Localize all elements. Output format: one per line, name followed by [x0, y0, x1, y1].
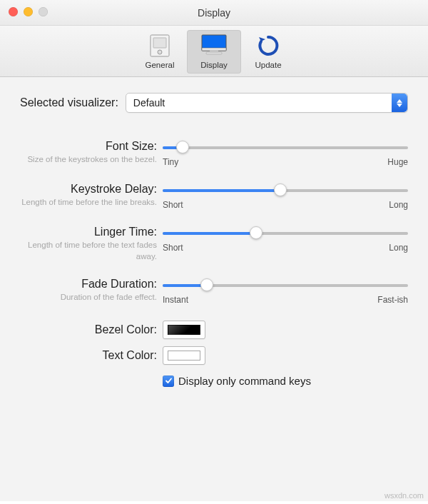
linger-time-slider[interactable]: [163, 227, 408, 240]
keystroke-delay-slider[interactable]: [163, 184, 408, 197]
linger-time-label: Linger Time:: [20, 226, 157, 238]
tab-display[interactable]: Display: [187, 30, 241, 74]
command-keys-label: Display only command keys: [178, 375, 311, 387]
slider-left-label: Short: [163, 243, 183, 253]
svg-rect-1: [153, 38, 166, 48]
font-size-slider[interactable]: [163, 141, 408, 154]
bezel-color-swatch: [168, 325, 200, 335]
minimize-button[interactable]: [24, 7, 33, 16]
tab-label: General: [133, 61, 187, 69]
slider-right-label: Long: [389, 243, 408, 253]
svg-point-2: [158, 50, 162, 54]
visualizer-value: Default: [133, 97, 165, 109]
tab-label: Update: [241, 61, 295, 69]
tab-label: Display: [187, 61, 241, 69]
visualizer-select[interactable]: Default: [126, 93, 408, 113]
bezel-color-row: Bezel Color:: [20, 321, 408, 339]
svg-rect-6: [206, 52, 222, 54]
window-title: Display: [198, 7, 230, 19]
slider-right-label: Fast-ish: [377, 295, 408, 305]
slider-right-label: Long: [389, 200, 408, 210]
keystroke-delay-row: Keystroke Delay: Length of time before t…: [20, 183, 408, 210]
content-pane: Selected visualizer: Default Font Size: …: [0, 77, 428, 501]
slider-left-label: Instant: [163, 295, 188, 305]
keystroke-delay-label: Keystroke Delay:: [20, 183, 157, 196]
bezel-color-picker[interactable]: [163, 321, 205, 339]
text-color-picker[interactable]: [163, 346, 205, 365]
bezel-color-label: Bezel Color:: [20, 323, 157, 336]
slider-left-label: Short: [163, 200, 183, 210]
watermark: wsxdn.com: [384, 491, 424, 500]
fade-duration-help: Duration of the fade effect.: [20, 292, 157, 303]
general-icon: [133, 33, 187, 59]
fade-duration-label: Fade Duration:: [20, 278, 157, 291]
slider-left-label: Tiny: [163, 157, 178, 167]
command-keys-checkbox[interactable]: [163, 376, 174, 387]
titlebar: Display: [0, 0, 428, 26]
svg-rect-4: [202, 48, 226, 51]
zoom-button[interactable]: [39, 7, 48, 16]
font-size-help: Size of the keystrokes on the bezel.: [20, 154, 157, 166]
visualizer-label: Selected visualizer:: [20, 96, 118, 109]
window-controls: [9, 7, 48, 16]
update-icon: [241, 33, 295, 59]
fade-duration-row: Fade Duration: Duration of the fade effe…: [20, 278, 408, 305]
display-icon: [187, 33, 241, 59]
slider-right-label: Huge: [387, 157, 408, 167]
tab-general[interactable]: General: [133, 30, 187, 74]
font-size-row: Font Size: Size of the keystrokes on the…: [20, 140, 408, 167]
chevron-up-down-icon: [392, 94, 407, 112]
keystroke-delay-help: Length of time before the line breaks.: [20, 197, 157, 208]
preferences-window: Display General Display: [0, 0, 428, 504]
linger-time-row: Linger Time: Length of time before the t…: [20, 226, 408, 262]
linger-time-help: Length of time before the text fades awa…: [20, 240, 157, 262]
visualizer-row: Selected visualizer: Default: [20, 93, 408, 113]
close-button[interactable]: [9, 7, 18, 16]
toolbar: General Display Update: [0, 26, 428, 77]
svg-rect-5: [210, 51, 218, 52]
command-keys-row: Display only command keys: [163, 375, 408, 387]
text-color-label: Text Color:: [20, 349, 157, 362]
font-size-label: Font Size:: [20, 140, 157, 153]
tab-update[interactable]: Update: [241, 30, 295, 74]
text-color-row: Text Color:: [20, 346, 408, 365]
text-color-swatch: [168, 351, 200, 361]
fade-duration-slider[interactable]: [163, 279, 408, 292]
